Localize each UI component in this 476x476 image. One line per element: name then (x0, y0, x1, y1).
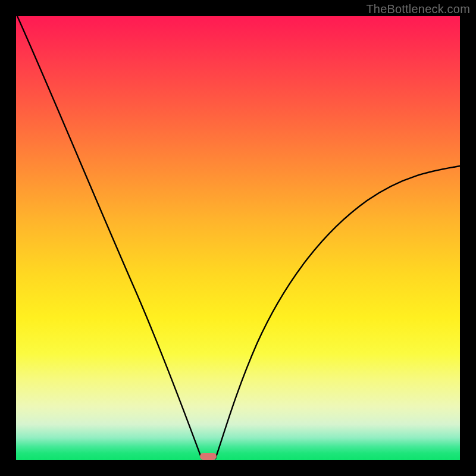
curve-layer (16, 16, 460, 460)
plot-area (16, 16, 460, 460)
left-curve (17, 16, 202, 459)
right-curve (215, 166, 460, 459)
watermark-text: TheBottleneck.com (366, 2, 470, 16)
chart-container: TheBottleneck.com (0, 0, 476, 476)
bottleneck-marker (200, 453, 217, 460)
